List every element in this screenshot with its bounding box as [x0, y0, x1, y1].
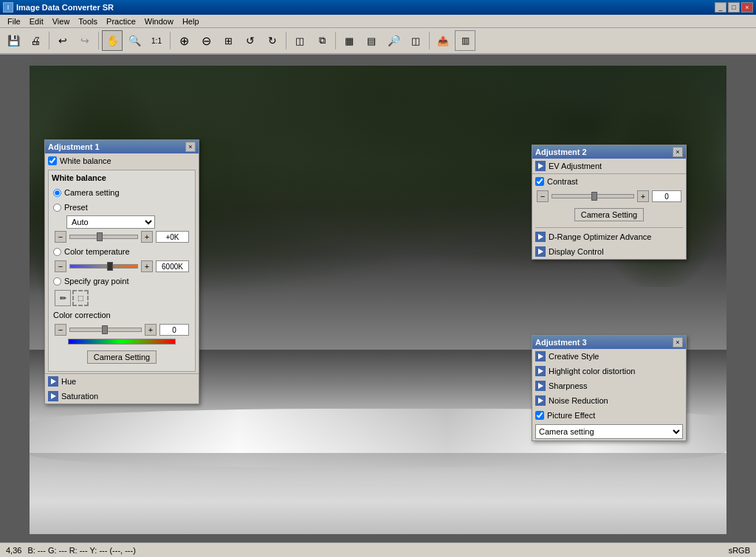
adj2-drange-expand-button[interactable]	[535, 232, 546, 242]
zoom-in-button[interactable]: ⊕	[173, 30, 194, 51]
main-canvas-area: Adjustment 1 × White balance White balan…	[0, 55, 756, 547]
adj3-camera-setting-select[interactable]: Camera setting Off Toy Camera Pop Color …	[535, 424, 683, 439]
zoom-out-button[interactable]: ⊖	[196, 30, 216, 51]
adj3-picture-effect-label: Picture Effect	[547, 411, 595, 420]
close-button[interactable]: ×	[741, 2, 753, 13]
adj1-wb-plus-button[interactable]: +	[141, 231, 153, 243]
adj3-noise-reduction-row: Noise Reduction	[532, 393, 686, 408]
status-channel-info: B: --- G: --- R: --- Y: --- (---, ---)	[27, 546, 135, 555]
adj2-title: Adjustment 2	[535, 148, 587, 156]
adj2-contrast-checkbox[interactable]	[535, 177, 544, 186]
adj1-gray-point-radio[interactable]	[53, 277, 61, 286]
menu-help[interactable]: Help	[178, 15, 204, 27]
status-left: 4,36 B: --- G: --- R: --- Y: --- (---, -…	[6, 546, 136, 555]
adj1-wb-slider-row: − +	[52, 229, 192, 244]
adj1-wb-value-input[interactable]	[156, 231, 189, 243]
adj1-color-correction-label: Color correction	[53, 311, 111, 319]
status-coords: 4,36	[6, 546, 21, 555]
adj1-color-temp-value-input[interactable]	[156, 260, 189, 272]
adj1-preset-radio[interactable]	[53, 204, 61, 212]
toolbar-sep-2	[98, 32, 99, 49]
adj1-wb-minus-button[interactable]: −	[55, 231, 66, 243]
menu-view[interactable]: View	[48, 15, 75, 27]
adj1-color-temp-slider-thumb[interactable]	[107, 262, 113, 271]
adj1-wb-checkbox[interactable]	[48, 156, 57, 165]
adj1-camera-setting-label: Camera setting	[64, 188, 120, 197]
restore-button[interactable]: □	[728, 2, 740, 13]
histogram-button[interactable]: ▦	[339, 30, 360, 51]
adj1-camera-setting-radio[interactable]	[53, 189, 61, 197]
undo-button[interactable]: ↩	[52, 30, 73, 51]
adj1-close-button[interactable]: ×	[185, 142, 196, 152]
adj1-color-temp-slider-track[interactable]	[69, 264, 138, 269]
adj2-contrast-minus-button[interactable]: −	[537, 190, 549, 202]
menu-file[interactable]: File	[3, 15, 25, 27]
adj2-contrast-value-input[interactable]	[652, 190, 681, 202]
adj2-contrast-slider-track[interactable]	[551, 194, 634, 198]
adjustment-panel-3: Adjustment 3 × Creative Style Highlight …	[532, 335, 687, 441]
adj3-close-button[interactable]: ×	[673, 337, 683, 347]
adj1-color-temp-minus-button[interactable]: −	[55, 260, 66, 272]
adj2-ev-row: EV Adjustment	[532, 159, 686, 174]
adj1-wb-slider-track[interactable]	[69, 235, 138, 239]
adj1-color-temp-radio[interactable]	[53, 248, 61, 256]
loupe-button[interactable]: 🔎	[383, 30, 404, 51]
adj1-saturation-expand-button[interactable]	[48, 391, 58, 401]
compare-button[interactable]: ◫	[289, 30, 310, 51]
rotate-left-button[interactable]: ↺	[240, 30, 261, 51]
adj1-color-correction-plus-button[interactable]: +	[145, 324, 157, 336]
adj3-noise-reduction-expand-button[interactable]	[535, 395, 546, 406]
adj3-noise-reduction-label: Noise Reduction	[549, 396, 608, 405]
adj3-highlight-expand-button[interactable]	[535, 366, 546, 376]
adj3-picture-effect-checkbox[interactable]	[535, 411, 544, 420]
adj1-color-correction-slider-track[interactable]	[69, 328, 142, 332]
batch-button[interactable]: ▥	[455, 30, 475, 51]
adj2-camera-setting-button[interactable]: Camera Setting	[574, 208, 644, 221]
adj1-gray-point-row: Specify gray point	[52, 274, 192, 288]
hand-tool-button[interactable]: ✋	[102, 30, 123, 51]
adj3-sharpness-expand-button[interactable]	[535, 381, 546, 391]
adj2-contrast-label: Contrast	[547, 177, 578, 186]
adj1-camera-setting-btn-row: Camera Setting	[52, 346, 192, 368]
rotate-right-button[interactable]: ↻	[262, 30, 283, 51]
redo-button[interactable]: ↪	[75, 30, 95, 51]
menu-tools[interactable]: Tools	[74, 15, 102, 27]
before-after-button[interactable]: ⧉	[312, 30, 332, 51]
adj3-highlight-expand-icon	[538, 368, 543, 374]
title-bar: I Image Data Converter SR _ □ ×	[0, 0, 756, 15]
zoom-region-button[interactable]: 🔍	[124, 30, 145, 51]
adj1-camera-setting-button[interactable]: Camera Setting	[87, 350, 157, 364]
adj1-color-correction-slider-thumb[interactable]	[102, 325, 108, 334]
title-bar-controls: _ □ ×	[715, 2, 753, 13]
adj2-display-control-expand-button[interactable]	[535, 246, 546, 257]
adj1-color-correction-value-input[interactable]	[159, 324, 189, 336]
adj1-preset-row: Preset	[52, 200, 192, 215]
navigator-button[interactable]: ◫	[405, 30, 426, 51]
adj2-close-button[interactable]: ×	[673, 147, 683, 157]
adj1-color-temp-plus-button[interactable]: +	[141, 260, 153, 272]
toolbar-sep-1	[49, 32, 49, 49]
fit-button[interactable]: ⊞	[218, 30, 238, 51]
adj2-contrast-slider-thumb[interactable]	[591, 192, 597, 201]
eyedropper-button[interactable]: ✏	[55, 290, 71, 306]
toolbar-sep-3	[170, 32, 171, 49]
menu-window[interactable]: Window	[140, 15, 178, 27]
adj2-contrast-plus-button[interactable]: +	[637, 190, 649, 202]
adj3-noise-reduction-expand-icon	[538, 398, 543, 404]
adj1-hue-expand-button[interactable]	[48, 376, 58, 387]
menu-practice[interactable]: Practice	[102, 15, 140, 27]
menu-edit[interactable]: Edit	[25, 15, 48, 27]
minimize-button[interactable]: _	[715, 2, 726, 13]
develop-button[interactable]: ▤	[361, 30, 382, 51]
marquee-button[interactable]: ⬚	[72, 290, 89, 306]
adj3-creative-style-expand-button[interactable]	[535, 351, 546, 361]
adj1-color-correction-minus-button[interactable]: −	[55, 324, 66, 336]
print-button[interactable]: 🖨	[25, 30, 46, 51]
toolbar-sep-4	[286, 32, 286, 49]
actual-size-button[interactable]: 1:1	[146, 30, 167, 51]
output-button[interactable]: 📤	[433, 30, 453, 51]
save-button[interactable]: 💾	[3, 30, 24, 51]
adj2-ev-expand-button[interactable]	[535, 161, 546, 171]
adj1-wb-slider-thumb[interactable]	[97, 232, 103, 241]
adj1-preset-select[interactable]: Auto Daylight Shade Cloudy Tungsten Fluo…	[66, 215, 155, 229]
